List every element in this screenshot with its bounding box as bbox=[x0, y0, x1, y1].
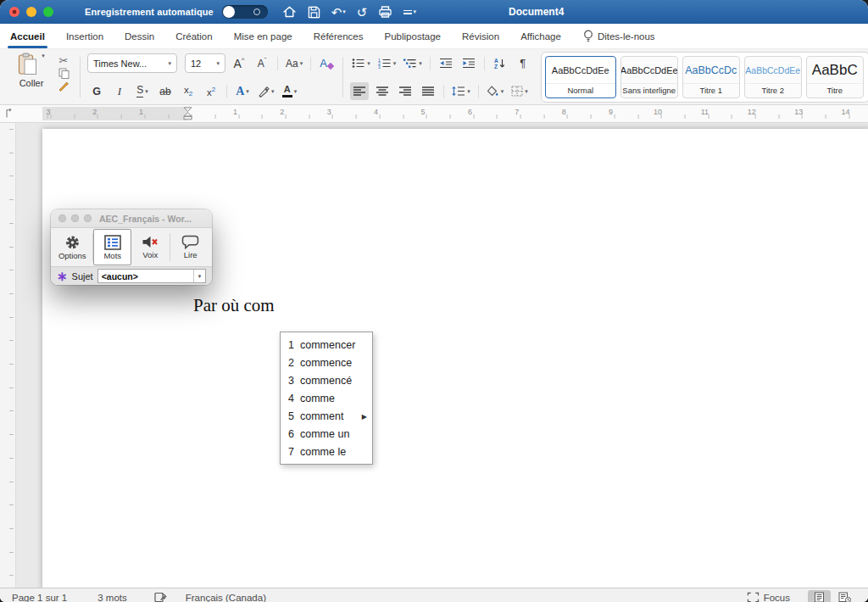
lightbulb-icon bbox=[583, 30, 593, 42]
ribbon-tab[interactable]: Mise en page bbox=[234, 31, 292, 42]
prediction-item[interactable]: 7 comme le ▶ bbox=[281, 443, 372, 460]
page-count[interactable]: Page 1 sur 1 bbox=[12, 593, 67, 602]
bold-button[interactable]: G bbox=[87, 82, 106, 100]
ribbon-tab[interactable]: Références bbox=[314, 31, 364, 42]
prediction-number: 1 bbox=[288, 339, 300, 351]
focus-button[interactable]: Focus bbox=[747, 592, 790, 602]
prediction-item[interactable]: 3 commencé ▶ bbox=[281, 371, 372, 389]
decrease-indent-button[interactable] bbox=[437, 54, 455, 72]
borders-button[interactable]: ▾ bbox=[509, 82, 530, 100]
font-size-select[interactable]: 12 ▾ bbox=[185, 53, 225, 73]
align-center-button[interactable] bbox=[373, 82, 392, 100]
print-layout-view-button[interactable] bbox=[808, 590, 831, 602]
ribbon-tab[interactable]: Accueil bbox=[10, 31, 45, 42]
wordq-zoom-button[interactable] bbox=[84, 215, 92, 222]
document-page[interactable]: Par où com bbox=[42, 129, 868, 588]
wordq-voice-button[interactable]: Voix bbox=[131, 229, 170, 265]
increase-indent-button[interactable] bbox=[459, 54, 478, 72]
wordq-title-bar[interactable]: AEC_Français - Wor... bbox=[51, 209, 212, 228]
justify-button[interactable] bbox=[419, 82, 437, 100]
style-cell[interactable]: AaBbCcDc Titre 1 bbox=[682, 56, 740, 98]
sort-button[interactable]: AZ bbox=[491, 54, 509, 72]
superscript-button[interactable]: x2 bbox=[202, 82, 220, 100]
style-sample: AaBbC bbox=[807, 57, 863, 83]
autosave-label: Enregistrement automatique bbox=[85, 7, 214, 17]
web-layout-view-button[interactable] bbox=[833, 590, 856, 602]
prediction-item[interactable]: 4 comme ▶ bbox=[281, 389, 372, 407]
subject-dropdown[interactable]: <aucun> ▼ bbox=[97, 269, 206, 283]
bullets-button[interactable]: ▾ bbox=[350, 54, 372, 72]
wordq-minimize-button[interactable] bbox=[71, 215, 79, 222]
numbering-button[interactable]: 123 ▾ bbox=[376, 54, 398, 72]
underline-button[interactable]: S▾ bbox=[133, 82, 152, 100]
font-name-select[interactable]: Times New... ▾ bbox=[87, 53, 177, 73]
cut-button[interactable]: ✂ bbox=[54, 54, 73, 67]
ruler-number: 9 bbox=[609, 108, 613, 116]
save-icon[interactable] bbox=[308, 3, 320, 20]
prediction-item[interactable]: 1 commencer ▶ bbox=[281, 336, 372, 354]
shrink-font-button[interactable]: Aˇ bbox=[253, 54, 271, 72]
customize-toolbar-icon[interactable]: ▾ bbox=[403, 3, 416, 20]
italic-button[interactable]: I bbox=[110, 82, 129, 100]
chevron-down-icon[interactable]: ▼ bbox=[193, 270, 205, 282]
show-formatting-button[interactable]: ¶ bbox=[514, 54, 532, 72]
language-status[interactable]: Français (Canada) bbox=[186, 593, 266, 602]
close-button[interactable] bbox=[9, 7, 19, 17]
ribbon-tab[interactable]: Révision bbox=[462, 31, 499, 42]
wordq-options-button[interactable]: Options bbox=[53, 229, 92, 265]
change-case-button[interactable]: Aa▾ bbox=[284, 54, 304, 72]
line-spacing-button[interactable]: ▾ bbox=[450, 82, 472, 100]
ribbon-tab[interactable]: Insertion bbox=[66, 31, 103, 42]
chevron-down-icon[interactable]: ▾ bbox=[342, 8, 346, 15]
font-color-button[interactable]: A▾ bbox=[281, 82, 299, 100]
text-effects-button[interactable]: A▾ bbox=[233, 82, 252, 100]
tab-selector-icon[interactable] bbox=[4, 108, 14, 118]
prediction-word: commence bbox=[300, 357, 352, 369]
undo-icon[interactable]: ↶ ▾ bbox=[331, 3, 346, 20]
wordq-words-button[interactable]: Mots bbox=[93, 229, 131, 265]
prediction-item[interactable]: 6 comme un ▶ bbox=[281, 425, 372, 443]
print-icon[interactable] bbox=[378, 3, 392, 20]
chevron-down-icon: ▾ bbox=[525, 88, 528, 95]
indent-marker[interactable] bbox=[183, 107, 192, 120]
ribbon-tab[interactable]: Affichage bbox=[520, 31, 561, 42]
align-right-button[interactable] bbox=[396, 82, 415, 100]
format-painter-button[interactable] bbox=[54, 80, 73, 92]
wordq-close-button[interactable] bbox=[58, 215, 66, 222]
grow-font-button[interactable]: A^ bbox=[230, 54, 248, 72]
proofing-status-icon[interactable] bbox=[154, 592, 167, 602]
prediction-word: comme bbox=[300, 393, 335, 404]
ruler-number: 2 bbox=[280, 108, 284, 116]
copy-button[interactable] bbox=[54, 67, 73, 80]
home-icon[interactable] bbox=[282, 3, 297, 20]
align-right-icon bbox=[399, 86, 411, 97]
tell-me-button[interactable]: Dites-le-nous bbox=[583, 30, 655, 42]
redo-icon[interactable]: ↺ bbox=[357, 3, 368, 20]
minimize-button[interactable] bbox=[26, 7, 36, 17]
ribbon-tab[interactable]: Publipostage bbox=[385, 31, 442, 42]
outdent-icon bbox=[439, 58, 453, 69]
strikethrough-button[interactable]: ab bbox=[156, 82, 175, 100]
highlight-button[interactable]: ▾ bbox=[256, 82, 276, 100]
chevron-down-icon: ▾ bbox=[42, 53, 45, 59]
paste-button[interactable]: ▾ Coller bbox=[12, 53, 51, 94]
style-cell[interactable]: AaBbCcDdEe Titre 2 bbox=[744, 56, 802, 98]
subscript-button[interactable]: x2 bbox=[179, 82, 198, 100]
ribbon-tab[interactable]: Création bbox=[175, 31, 212, 42]
prediction-item[interactable]: 5 comment ▶ bbox=[281, 407, 372, 425]
style-sample: AaBbCcDdEe bbox=[621, 57, 677, 83]
style-cell[interactable]: AaBbC Titre bbox=[806, 56, 864, 98]
multilevel-list-button[interactable]: ▾ bbox=[402, 54, 424, 72]
shading-button[interactable]: ▾ bbox=[485, 82, 506, 100]
style-cell[interactable]: AaBbCcDdEe Sans interligne bbox=[620, 56, 678, 98]
align-left-button[interactable] bbox=[350, 82, 369, 100]
zoom-button[interactable] bbox=[43, 7, 53, 17]
autosave-toggle[interactable] bbox=[222, 5, 268, 19]
prediction-word: commencer bbox=[300, 339, 355, 351]
ribbon-tab[interactable]: Dessin bbox=[125, 31, 154, 42]
style-cell[interactable]: AaBbCcDdEe Normal bbox=[545, 56, 616, 98]
clear-formatting-button[interactable]: A bbox=[317, 54, 336, 72]
prediction-item[interactable]: 2 commence ▶ bbox=[281, 354, 372, 371]
word-count[interactable]: 3 mots bbox=[97, 593, 127, 602]
wordq-read-button[interactable]: Lire bbox=[171, 229, 209, 265]
